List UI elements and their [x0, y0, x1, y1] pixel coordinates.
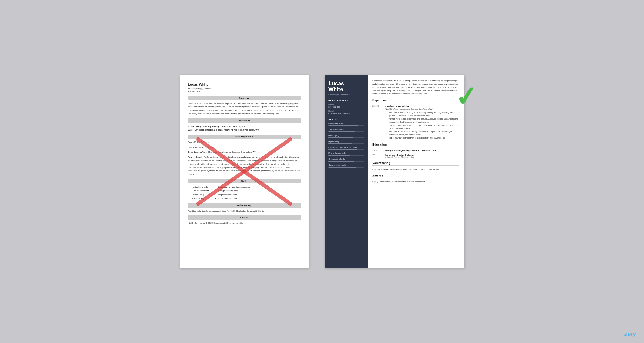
left-summary-header: Summary	[188, 96, 301, 100]
right-resume: ✓ Lucas White Landscape Technician Perso…	[325, 75, 464, 268]
left-skill-3: Hardscaping	[192, 193, 209, 197]
skill-bar-track-2	[328, 131, 364, 132]
skill-name-6: Design drawing skills	[328, 152, 364, 154]
right-edu-header: Education	[372, 143, 459, 147]
left-skill-4: Aquascaping	[192, 197, 209, 200]
left-edu-1: 2016 - George Washington High School, Ch…	[188, 125, 301, 128]
sidebar-skill-4: Aquascaping	[328, 140, 364, 144]
skill-bar-fill-6	[328, 155, 350, 156]
skill-bar-fill-3	[328, 137, 353, 138]
sidebar-skill-5: Landscaping machinery operation	[328, 146, 364, 150]
skill-bar-track-6	[328, 155, 364, 156]
sidebar-skill-3: Hardscaping	[328, 135, 364, 138]
left-work-post: Post: Landscape Technician	[188, 146, 301, 149]
exp-title-1: Landscape Technician	[385, 105, 459, 108]
sidebar-personal-header: Personal Info	[328, 99, 364, 102]
right-summary-text: Landscape technician with 3+ years of ex…	[372, 79, 459, 95]
left-scope-label: Scope of work:	[188, 156, 203, 158]
left-contact: lucaswhitezety@gmail.com 304-4332-158	[188, 87, 301, 93]
right-awards-section: Awards Highly Commended, 2019 Charleston…	[372, 174, 459, 183]
exp-bullet-1-4: Performed aquascaping, including install…	[389, 130, 459, 136]
sidebar-phone-label: Phone	[328, 104, 364, 106]
exp-company-1: West Charleston Landscaping Services, Ch…	[385, 108, 459, 110]
edu-row-2: 2015 Landscape Design Diploma Ashworth C…	[372, 154, 459, 158]
sidebar-phone-value: 304-4332-158	[328, 106, 364, 109]
left-edu-2: 2015 - Landscape Design Diploma, Ashwort…	[188, 128, 301, 132]
left-awards-header: Awards	[188, 215, 301, 220]
edu-year-2: 2015	[372, 154, 383, 158]
exp-row-1: 2016-03 Landscape Technician West Charle…	[372, 105, 459, 140]
edu-sub-2: Ashworth College, Charleston, WV	[385, 156, 414, 158]
skill-bar-fill-2	[328, 131, 355, 132]
left-skill-1: Horticultural skills	[192, 185, 209, 189]
sidebar-skill-1: Horticultural skills	[328, 123, 364, 126]
skill-bar-track-5	[328, 149, 364, 150]
left-skills-columns: Horticultural skills Tree management Har…	[188, 185, 301, 201]
edu-school-1: George Washington High School, Charlesto…	[385, 149, 436, 152]
zety-brand: zety	[624, 331, 636, 338]
skill-name-1: Horticultural skills	[328, 123, 364, 125]
right-awards-header: Awards	[372, 174, 459, 178]
skill-name-8: Communication skills	[328, 164, 364, 166]
right-title: Landscape Technician	[328, 94, 364, 96]
exp-bullet-1-3: Experience operating a sod cutter, tille…	[389, 124, 459, 130]
skill-bar-track-8	[328, 167, 364, 168]
left-work-org: Organization: West Charleston Landscapin…	[188, 151, 301, 154]
right-exp-header: Experience	[372, 99, 459, 103]
sidebar-email-label: E-mail	[328, 110, 364, 112]
exp-bullets-1: Performed upkeep of existing landscaping…	[385, 111, 459, 140]
left-work-header: Work Experience	[188, 135, 301, 139]
right-name-block: Lucas White Landscape Technician	[328, 80, 364, 96]
sidebar-skills-header: Skills	[328, 118, 364, 121]
skill-bar-track-4	[328, 143, 364, 144]
left-education-items: 2016 - George Washington High School, Ch…	[188, 125, 301, 132]
edu-detail-2: Landscape Design Diploma Ashworth Colleg…	[385, 154, 414, 158]
right-last-name: White	[328, 86, 364, 92]
left-vol-text: Provided volunteer landscaping services …	[188, 210, 301, 213]
right-first-name: Lucas	[328, 80, 364, 86]
left-work-org-value: West Charleston Landscaping Services, Ch…	[202, 151, 256, 153]
skill-bar-fill-7	[328, 161, 354, 162]
left-phone: 304-4332-158	[188, 90, 200, 93]
sidebar-skill-8: Communication skills	[328, 164, 364, 168]
skill-bar-track-7	[328, 161, 364, 162]
left-skill-8: Communication skill	[218, 197, 250, 200]
left-vol-header: Volunteering	[188, 203, 301, 208]
left-work-scope: Scope of work: Performed upkeep of exist…	[188, 156, 301, 176]
left-skills-header: Skills	[188, 179, 301, 183]
edu-degree-2: Landscape Design Diploma	[385, 154, 414, 156]
left-skills-left: Horticultural skills Tree management Har…	[188, 185, 209, 201]
right-vol-section: Volunteering Provided volunteer landscap…	[372, 161, 459, 171]
left-education-header: Education	[188, 118, 301, 123]
skill-name-4: Aquascaping	[328, 140, 364, 142]
edu-row-1: 2015 George Washington High School, Char…	[372, 149, 459, 152]
skill-bar-fill-1	[328, 125, 358, 126]
skill-bar-track-1	[328, 125, 364, 126]
right-education-section: Education 2015 George Washington High Sc…	[372, 143, 459, 158]
right-awards-text: Highly Commended, 2019 Charleston in Blo…	[372, 181, 459, 183]
left-skills-right: Landscaping machinery operation Design d…	[214, 185, 250, 201]
sidebar-skill-6: Design drawing skills	[328, 152, 364, 156]
left-skill-7: Organizational skills	[218, 193, 250, 197]
left-name: Lucas White	[188, 83, 301, 87]
left-work-date: Date: 03. 2016-Present	[188, 141, 301, 144]
right-experience-section: Experience 2016-03 Landscape Technician …	[372, 99, 459, 140]
left-skill-6: Design drawing skills	[218, 189, 250, 193]
skill-name-2: Tree management	[328, 129, 364, 131]
skill-name-5: Landscaping machinery operation	[328, 146, 364, 148]
left-skill-2: Tree management	[192, 189, 209, 193]
skill-bar-track-3	[328, 137, 364, 138]
left-skill-5: Landscaping machinery operation	[218, 185, 250, 189]
skill-name-7: Organizational skills	[328, 158, 364, 160]
sidebar-email-value: lucaswhitezety@gmail.com	[328, 112, 364, 115]
exp-bullet-1-2: Planted trees, shrubs, perennials, and a…	[389, 117, 459, 124]
edu-detail-1: George Washington High School, Charlesto…	[385, 149, 436, 152]
left-scope-text: Performed upkeep of existing landscaping…	[188, 156, 300, 176]
left-work-content: Date: 03. 2016-Present Post: Landscape T…	[188, 141, 301, 176]
left-awards-text: Highly Commended, 2019 Charleston in Blo…	[188, 222, 301, 225]
exp-bullet-1-5: Helped maintain profitability by sourcin…	[389, 136, 459, 140]
right-sidebar: Lucas White Landscape Technician Persona…	[325, 75, 368, 268]
skill-name-3: Hardscaping	[328, 135, 364, 136]
skill-bar-fill-8	[328, 167, 356, 168]
exp-date-1: 2016-03	[372, 105, 383, 140]
